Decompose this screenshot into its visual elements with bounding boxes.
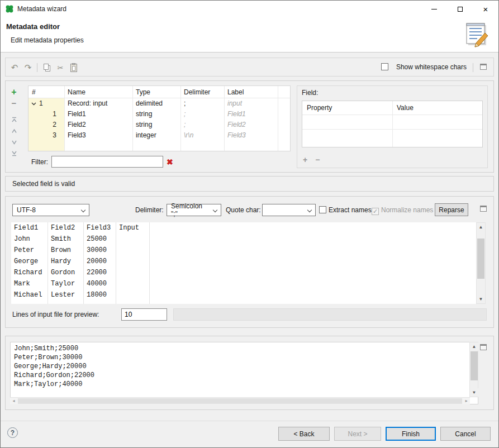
field-properties-table: Property Value xyxy=(302,101,483,147)
scrollbar-thumb[interactable] xyxy=(18,398,462,404)
record-number: 1 xyxy=(39,98,43,109)
page-title: Metadata editor xyxy=(6,22,60,31)
preview-lines-row: Lines of input file for preview: xyxy=(12,308,487,321)
move-up-icon xyxy=(11,127,18,135)
raw-horizontal-scrollbar[interactable]: ◄ ► xyxy=(10,397,470,404)
filter-input[interactable] xyxy=(51,156,163,168)
field-row[interactable]: 3 Field3 integer \r\n Field3 xyxy=(28,130,290,141)
chevron-down-icon xyxy=(81,208,85,212)
add-property-icon[interactable]: + xyxy=(303,155,307,164)
window-title: Metadata wizard xyxy=(17,5,66,13)
scrollbar-thumb[interactable] xyxy=(471,351,478,380)
paste-button[interactable] xyxy=(68,62,79,73)
toolbar-separator xyxy=(473,63,473,72)
move-top-icon xyxy=(11,116,18,123)
field-properties-panel: Field: Property Value + − xyxy=(297,85,488,168)
maximize-section-icon[interactable] xyxy=(480,344,487,350)
remove-field-button[interactable]: − xyxy=(8,98,20,108)
col-label: Label xyxy=(224,86,278,98)
field-row[interactable]: 1 Field1 string ; Field1 xyxy=(28,109,290,120)
page-subtitle: Edit metadata properties xyxy=(11,36,84,44)
record-label: input xyxy=(224,98,278,109)
filter-row: Filter: ✖ xyxy=(31,156,173,168)
redo-icon: ↷ xyxy=(25,63,32,73)
scroll-down-icon[interactable]: ▼ xyxy=(477,295,485,303)
extract-names-checkbox[interactable] xyxy=(319,206,326,214)
fields-table: # Name Type Delimiter Label 1 Record: in… xyxy=(28,85,291,151)
normalize-names-label: Normalize names xyxy=(381,204,433,216)
raw-input-section: John;Smith;25000 Peter;Brown;30000 Georg… xyxy=(5,336,494,410)
add-icon: + xyxy=(11,87,16,97)
paste-icon xyxy=(70,64,77,72)
move-up-button[interactable] xyxy=(8,126,20,136)
show-whitespace-label[interactable]: Show whitespace chars xyxy=(396,63,467,71)
help-button[interactable]: ? xyxy=(7,427,18,438)
back-button[interactable]: < Back xyxy=(278,427,330,441)
delimiter-select[interactable]: Semicolon ";" xyxy=(167,204,221,216)
quote-char-select[interactable] xyxy=(262,204,316,216)
scroll-left-icon[interactable]: ◄ xyxy=(10,398,17,404)
close-icon: × xyxy=(483,5,488,13)
scroll-up-icon[interactable]: ▲ xyxy=(477,223,485,231)
copy-icon xyxy=(44,64,51,72)
show-whitespace-checkbox[interactable] xyxy=(381,63,388,71)
help-icon: ? xyxy=(11,429,15,437)
finish-button[interactable]: Finish xyxy=(386,427,436,441)
copy-button[interactable] xyxy=(41,62,53,73)
record-row[interactable]: 1 Record: input delimited ; input xyxy=(28,98,290,109)
edit-metadata-icon xyxy=(463,21,492,49)
minimize-icon xyxy=(431,9,437,9)
move-down-icon xyxy=(11,139,18,146)
preview-col-header: Input xyxy=(116,222,149,233)
encoding-value: UTF-8 xyxy=(17,206,36,214)
scroll-down-icon[interactable]: ▼ xyxy=(470,388,478,397)
extract-names-label[interactable]: Extract names xyxy=(329,204,372,216)
redo-button[interactable]: ↷ xyxy=(22,62,34,73)
scroll-right-icon[interactable]: ► xyxy=(463,398,470,404)
cut-icon: ✂ xyxy=(58,64,64,72)
field-row[interactable]: 2 Field2 string ; Field2 xyxy=(28,120,290,130)
move-top-button[interactable] xyxy=(8,115,20,125)
close-button[interactable]: × xyxy=(473,1,498,17)
col-type: Type xyxy=(132,86,180,98)
record-type: delimited xyxy=(132,98,180,109)
lines-of-input-field[interactable] xyxy=(121,308,167,321)
reparse-button[interactable]: Reparse xyxy=(435,203,468,216)
remove-property-icon[interactable]: − xyxy=(315,155,320,164)
col-number: # xyxy=(28,86,64,98)
undo-button[interactable]: ↶ xyxy=(9,62,20,73)
minimize-button[interactable] xyxy=(421,1,447,17)
preview-col-header: Field3 xyxy=(84,222,116,233)
col-delimiter: Delimiter xyxy=(180,86,224,98)
move-down-button[interactable] xyxy=(8,137,20,147)
cancel-button[interactable]: Cancel xyxy=(440,427,491,441)
preview-vertical-scrollbar[interactable]: ▲ ▼ xyxy=(476,222,486,304)
next-button[interactable]: Next > xyxy=(334,427,381,441)
chevron-down-icon xyxy=(213,208,217,212)
delimiter-value: Semicolon ";" xyxy=(171,202,210,218)
maximize-section-icon[interactable] xyxy=(480,64,487,70)
normalize-names-checkbox[interactable]: ✓ xyxy=(372,206,379,215)
cut-button[interactable]: ✂ xyxy=(55,62,66,73)
checkbox-icon xyxy=(319,206,326,213)
raw-lines: John;Smith;25000 Peter;Brown;30000 Georg… xyxy=(11,342,469,397)
value-column-header: Value xyxy=(392,101,482,115)
maximize-section-icon[interactable] xyxy=(480,206,487,212)
raw-vertical-scrollbar[interactable]: ▲ ▼ xyxy=(469,342,478,397)
metadata-wizard-window: Metadata wizard × Metadata editor Edit m… xyxy=(0,0,499,448)
preview-progress-area xyxy=(173,308,487,321)
record-delimiter: ; xyxy=(180,98,224,109)
encoding-select[interactable]: UTF-8 xyxy=(12,204,89,216)
clear-filter-icon[interactable]: ✖ xyxy=(167,158,173,166)
scroll-up-icon[interactable]: ▲ xyxy=(470,342,478,351)
raw-input-preview[interactable]: John;Smith;25000 Peter;Brown;30000 Georg… xyxy=(10,342,478,404)
move-bottom-button[interactable] xyxy=(8,148,20,159)
preview-col-header: Field1 xyxy=(11,222,47,233)
parse-settings-section: UTF-8 Delimiter: Semicolon ";" Quote cha… xyxy=(5,196,494,328)
add-field-button[interactable]: + xyxy=(8,87,20,97)
wizard-banner: Metadata editor Edit metadata properties xyxy=(1,17,498,53)
maximize-button[interactable] xyxy=(447,1,473,17)
scrollbar-thumb[interactable] xyxy=(477,239,484,279)
delimiter-label: Delimiter: xyxy=(135,204,164,216)
quote-char-label: Quote char: xyxy=(226,204,261,216)
